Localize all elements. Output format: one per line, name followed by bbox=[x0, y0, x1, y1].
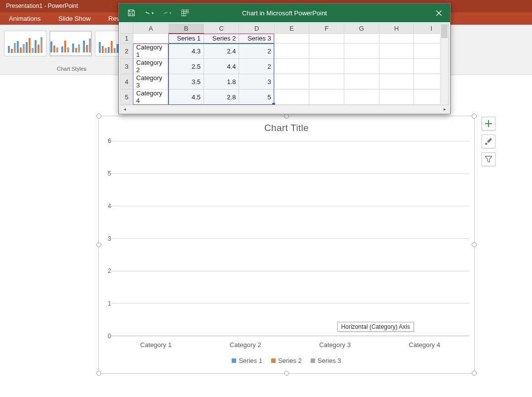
cell[interactable] bbox=[274, 34, 309, 44]
x-axis-label: Category 3 bbox=[295, 341, 374, 349]
vertical-scrollbar[interactable] bbox=[440, 23, 449, 105]
cell[interactable]: Category 2 bbox=[133, 59, 168, 74]
chart-legend[interactable]: Series 1Series 2Series 3 bbox=[99, 357, 474, 364]
close-button[interactable] bbox=[427, 3, 450, 22]
chart-side-tools bbox=[482, 117, 496, 166]
y-axis-tick: 6 bbox=[104, 137, 111, 144]
row-header[interactable]: 2 bbox=[121, 44, 133, 59]
x-axis-label: Category 1 bbox=[117, 341, 196, 349]
column-header[interactable]: F bbox=[309, 24, 344, 34]
legend-item[interactable]: Series 1 bbox=[232, 357, 262, 364]
undo-icon[interactable]: ▾ bbox=[145, 8, 154, 17]
cell[interactable]: Series 1 bbox=[168, 34, 204, 44]
cell[interactable]: 4.5 bbox=[168, 89, 204, 105]
cell[interactable]: Category 1 bbox=[133, 44, 168, 59]
resize-handle[interactable] bbox=[472, 114, 477, 119]
cell[interactable] bbox=[379, 44, 414, 59]
resize-handle[interactable] bbox=[96, 114, 101, 119]
cell[interactable] bbox=[344, 59, 379, 74]
column-header[interactable]: D bbox=[239, 24, 274, 34]
cell[interactable] bbox=[309, 74, 344, 89]
chart-elements-button[interactable] bbox=[482, 117, 495, 131]
chart-style-thumb[interactable] bbox=[4, 31, 46, 56]
datasheet-icon[interactable] bbox=[180, 8, 189, 17]
cell[interactable]: Series 3 bbox=[239, 34, 274, 44]
chart-data-window[interactable]: ▾ ▾ Chart in Microsoft PowerPoint ABCDEF… bbox=[119, 3, 450, 114]
cell[interactable]: Category 4 bbox=[133, 89, 168, 105]
close-icon bbox=[436, 10, 442, 16]
cell[interactable]: Category 3 bbox=[133, 74, 168, 89]
chart-styles-button[interactable] bbox=[482, 134, 495, 148]
cell[interactable]: 2 bbox=[239, 44, 274, 59]
cell[interactable]: 4.4 bbox=[204, 59, 239, 74]
chart-object[interactable]: Chart Title 0123456 Category 1Category 2… bbox=[99, 116, 474, 373]
axis-tooltip: Horizontal (Category) Axis bbox=[337, 322, 414, 332]
cell[interactable]: 4.3 bbox=[168, 44, 204, 59]
resize-handle[interactable] bbox=[284, 114, 289, 119]
column-header[interactable]: E bbox=[274, 24, 309, 34]
resize-handle[interactable] bbox=[96, 371, 101, 376]
cell[interactable] bbox=[309, 89, 344, 105]
cell[interactable]: 5 bbox=[239, 89, 274, 105]
column-header[interactable]: B bbox=[168, 24, 204, 34]
cell[interactable]: 2.8 bbox=[204, 89, 239, 105]
app-title: Presentation1 - PowerPoint bbox=[6, 2, 78, 9]
scroll-left-icon[interactable]: ◂ bbox=[121, 106, 128, 112]
cell[interactable] bbox=[309, 34, 344, 44]
cell[interactable] bbox=[309, 44, 344, 59]
row-header[interactable]: 5 bbox=[121, 89, 133, 105]
y-axis-tick: 2 bbox=[104, 267, 111, 274]
cell[interactable] bbox=[274, 89, 309, 105]
legend-item[interactable]: Series 2 bbox=[271, 357, 302, 364]
resize-handle[interactable] bbox=[284, 371, 289, 376]
save-icon[interactable] bbox=[127, 8, 136, 17]
resize-handle[interactable] bbox=[472, 371, 477, 376]
y-axis-tick: 4 bbox=[104, 203, 111, 210]
resize-handle[interactable] bbox=[472, 242, 477, 247]
horizontal-scrollbar[interactable]: ◂ ▸ bbox=[120, 105, 449, 113]
redo-icon[interactable]: ▾ bbox=[163, 8, 171, 17]
cell[interactable] bbox=[344, 34, 379, 44]
cell[interactable]: Series 2 bbox=[204, 34, 239, 44]
cell[interactable] bbox=[344, 44, 379, 59]
row-header[interactable]: 1 bbox=[121, 34, 133, 44]
cell[interactable] bbox=[274, 44, 309, 59]
chart-title[interactable]: Chart Title bbox=[99, 116, 474, 133]
ribbon-tab-slideshow[interactable]: Slide Show bbox=[49, 12, 99, 25]
y-axis-tick: 5 bbox=[104, 170, 111, 177]
chart-filter-button[interactable] bbox=[482, 152, 495, 166]
cell[interactable] bbox=[344, 74, 379, 89]
data-window-titlebar[interactable]: ▾ ▾ Chart in Microsoft PowerPoint bbox=[119, 3, 450, 22]
cell[interactable] bbox=[379, 74, 414, 89]
cell[interactable]: 3 bbox=[239, 74, 274, 89]
row-header[interactable]: 4 bbox=[121, 74, 133, 89]
cell[interactable] bbox=[379, 34, 414, 44]
column-header[interactable]: C bbox=[204, 24, 239, 34]
ribbon-tab-animations[interactable]: Animations bbox=[0, 12, 49, 25]
cell[interactable] bbox=[133, 34, 168, 44]
cell[interactable] bbox=[379, 59, 414, 74]
column-header[interactable]: G bbox=[344, 24, 379, 34]
cell[interactable]: 2.4 bbox=[204, 44, 239, 59]
cell[interactable]: 2 bbox=[239, 59, 274, 74]
column-header[interactable]: H bbox=[379, 24, 414, 34]
cell[interactable] bbox=[274, 74, 309, 89]
scroll-right-icon[interactable]: ▸ bbox=[441, 106, 449, 112]
legend-item[interactable]: Series 3 bbox=[311, 357, 341, 364]
cell[interactable] bbox=[344, 89, 379, 105]
row-header[interactable]: 3 bbox=[121, 59, 133, 74]
cell[interactable]: 2.5 bbox=[168, 59, 204, 74]
x-axis-label: Category 2 bbox=[206, 341, 285, 349]
chart-bars[interactable] bbox=[111, 141, 469, 336]
cell[interactable] bbox=[379, 89, 414, 105]
cell[interactable] bbox=[309, 59, 344, 74]
resize-handle[interactable] bbox=[96, 242, 101, 247]
column-header[interactable]: A bbox=[133, 24, 168, 34]
cell[interactable]: 3.5 bbox=[168, 74, 204, 89]
cell[interactable] bbox=[274, 59, 309, 74]
chart-style-thumb[interactable] bbox=[49, 31, 92, 56]
svg-rect-1 bbox=[186, 13, 189, 16]
cell[interactable]: 1.8 bbox=[204, 74, 239, 89]
plot-area[interactable]: 0123456 bbox=[111, 141, 469, 336]
spreadsheet-grid[interactable]: ABCDEFGHI1Series 1Series 2Series 32Categ… bbox=[120, 23, 449, 105]
